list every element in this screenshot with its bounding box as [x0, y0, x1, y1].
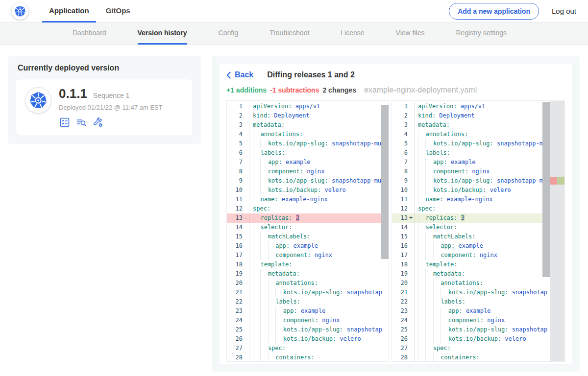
code-line: 9kots.io/app-slug: snapshotapp-mu: [227, 176, 389, 186]
code-line: 15matchLabels:: [227, 232, 389, 241]
config-tools-button[interactable]: [92, 117, 104, 128]
code-line: 13+replicas: 3: [392, 213, 564, 223]
changes-count: 2 changes: [322, 86, 356, 94]
code-line: 11name: example-nginx: [392, 195, 564, 204]
header-tabs: ApplicationGitOps: [42, 0, 140, 23]
code-line: 7app: example: [392, 158, 564, 167]
header-tab-gitops[interactable]: GitOps: [99, 0, 137, 23]
code-line: 17component: nginx: [392, 251, 564, 260]
add-application-button[interactable]: Add a new application: [449, 3, 539, 20]
subtractions-count: -1 subtractions: [270, 86, 319, 94]
code-line: 4annotations:: [227, 130, 389, 139]
deployed-version-title: Currently deployed version: [18, 64, 193, 72]
code-line: 4annotations:: [392, 130, 564, 139]
subnav-tab-version-history[interactable]: Version history: [138, 23, 187, 45]
code-line: 15matchLabels:: [392, 232, 564, 241]
code-line: 1apiVersion: apps/v1: [392, 102, 564, 111]
diff-header: Back Diffing releases 1 and 2: [226, 70, 565, 79]
code-line: 10kots.io/backup: velero: [227, 186, 389, 195]
version-number: 0.1.1: [59, 87, 87, 100]
diff-filename: example-nginx-deployment.yaml: [364, 86, 477, 94]
subnav-tab-dashboard[interactable]: Dashboard: [73, 23, 106, 45]
new-pane-scrollbar[interactable]: [542, 102, 550, 277]
back-label: Back: [235, 70, 253, 79]
code-line: 8component: nginx: [227, 167, 389, 176]
code-line: 9kots.io/app-slug: snapshotapp-mu: [392, 176, 564, 186]
config-tools-icon: [92, 117, 104, 128]
top-header: ApplicationGitOps Add a new application …: [0, 0, 588, 23]
code-line: 11name: example-nginx: [227, 195, 389, 204]
deployed-version-card: 0.1.1 Sequence 1 Deployed 01/21/22 @ 11:…: [16, 79, 193, 136]
code-line: 27spec:: [392, 344, 564, 353]
diff-card: Back Diffing releases 1 and 2 +1 additio…: [220, 64, 572, 364]
code-line: 13-replicas: 2: [227, 213, 389, 223]
code-line: 18template:: [227, 260, 389, 269]
code-line: 14selector:: [227, 223, 389, 232]
code-line: 20annotations:: [227, 279, 389, 288]
code-line: 3metadata:: [227, 120, 389, 130]
code-line: 23app: example: [392, 306, 564, 316]
header-actions: Add a new application Log out: [449, 3, 576, 20]
code-line: 1apiVersion: apps/v1: [227, 102, 389, 111]
diff-title: Diffing releases 1 and 2: [267, 70, 355, 79]
sequence-label: Sequence 1: [93, 92, 130, 99]
deploy-logs-button[interactable]: [75, 117, 87, 128]
code-line: 25kots.io/app-slug: snapshotap: [392, 325, 564, 334]
code-line: 22labels:: [227, 297, 389, 306]
code-line: 14selector:: [392, 223, 564, 232]
code-line: 21kots.io/app-slug: snapshotap: [392, 288, 564, 297]
code-line: 27spec:: [227, 344, 389, 353]
code-line: 18template:: [392, 260, 564, 269]
preflight-checks-button[interactable]: [59, 117, 71, 128]
code-line: 3metadata:: [392, 120, 564, 130]
code-line: 6labels:: [227, 148, 389, 158]
diff-pane-new[interactable]: 1apiVersion: apps/v12kind: Deployment3me…: [392, 100, 565, 362]
logout-button[interactable]: Log out: [552, 7, 576, 15]
back-link[interactable]: Back: [226, 70, 253, 79]
ruler-removed-marker: [550, 177, 557, 185]
code-line: 16app: example: [227, 241, 389, 251]
app-logo: [25, 87, 51, 114]
code-line: 26kots.io/backup: velero: [227, 334, 389, 344]
deploy-logs-icon: [75, 117, 87, 128]
kubernetes-app-icon: [28, 91, 48, 110]
subnav-tab-license[interactable]: License: [341, 23, 364, 45]
code-line: 19metadata:: [227, 269, 389, 279]
subnav-tab-registry-settings[interactable]: Registry settings: [456, 23, 506, 45]
code-line: 12spec:: [227, 204, 389, 213]
code-line: 17component: nginx: [227, 251, 389, 260]
subnav-tab-view-files[interactable]: View files: [396, 23, 425, 45]
code-line: 16app: example: [392, 241, 564, 251]
code-line: 24component: nginx: [227, 316, 389, 325]
subnav-tab-config[interactable]: Config: [219, 23, 238, 45]
ruler-added-marker: [557, 177, 564, 185]
diff-pane-old[interactable]: 1apiVersion: apps/v12kind: Deployment3me…: [226, 100, 389, 362]
main-content: Currently deployed version 0.1.1 Sequenc…: [0, 45, 588, 372]
code-line: 28containers:: [227, 353, 389, 362]
header-tab-application[interactable]: Application: [42, 0, 96, 23]
diff-panes: 1apiVersion: apps/v12kind: Deployment3me…: [226, 100, 565, 362]
code-line: 10kots.io/backup: velero: [392, 186, 564, 195]
preflight-checks-icon: [59, 117, 71, 128]
code-line: 25kots.io/app-slug: snapshotap: [227, 325, 389, 334]
code-line: 24component: nginx: [392, 316, 564, 325]
subnav-tab-troubleshoot[interactable]: Troubleshoot: [270, 23, 309, 45]
old-pane-scrollbar[interactable]: [381, 105, 389, 259]
version-actions: [59, 117, 163, 128]
version-details: 0.1.1 Sequence 1 Deployed 01/21/22 @ 11:…: [59, 87, 163, 128]
diff-overview-ruler[interactable]: [550, 101, 564, 361]
code-line: 20annotations:: [392, 279, 564, 288]
code-line: 22labels:: [392, 297, 564, 306]
chevron-left-icon: [226, 71, 231, 79]
code-line: 7app: example: [227, 158, 389, 167]
code-line: 2kind: Deployment: [392, 111, 564, 120]
code-line: 19metadata:: [392, 269, 564, 279]
kubernetes-logo-icon: [14, 5, 26, 18]
code-line: 5kots.io/app-slug: snapshotapp-mu: [392, 139, 564, 148]
additions-count: +1 additions: [226, 86, 267, 94]
diff-panel: Back Diffing releases 1 and 2 +1 additio…: [212, 56, 580, 372]
code-line: 28containers:: [392, 353, 564, 362]
kubernetes-logo: [12, 3, 28, 20]
code-line: 6labels:: [392, 148, 564, 158]
code-line: 5kots.io/app-slug: snapshotapp-mu: [227, 139, 389, 148]
